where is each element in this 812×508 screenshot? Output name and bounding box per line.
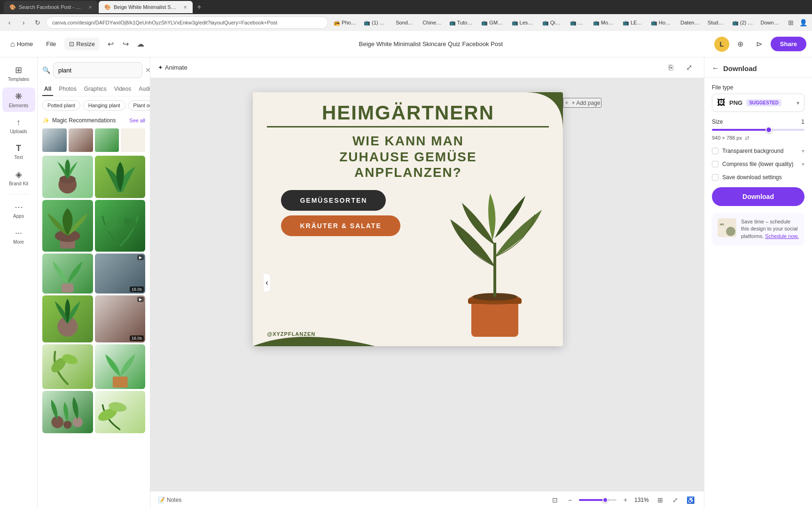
bookmark-9[interactable]: 📺 The Top 3... (567, 19, 588, 27)
forward-button[interactable]: › (18, 17, 29, 28)
canva-resize-button[interactable]: ⊡ Resize (64, 38, 100, 50)
result-item-2[interactable] (95, 156, 146, 198)
result-item-10[interactable] (95, 344, 146, 389)
canvas-btn-gemuse[interactable]: GEMÜSESORTEN (281, 190, 386, 211)
size-slider-track[interactable] (712, 129, 804, 131)
back-button[interactable]: ‹ (4, 17, 15, 28)
zoom-in-btn[interactable]: ＋ (619, 494, 632, 506)
tab-close-2[interactable]: ✕ (183, 5, 187, 10)
magic-item-2[interactable] (69, 128, 93, 152)
bookmark-16[interactable]: Download - Cook... (758, 19, 783, 26)
schedule-now-link[interactable]: Schedule now. (765, 233, 799, 239)
swap-dimensions-icon[interactable]: ⇄ (745, 135, 750, 141)
file-type-select[interactable]: 🖼 PNG SUGGESTED ▾ (712, 94, 804, 112)
expand-btn[interactable]: ⤢ (681, 60, 696, 75)
bookmark-5[interactable]: 📺 Tutorial: Eigene Fa... (446, 19, 477, 27)
transparent-bg-checkbox[interactable] (712, 148, 718, 154)
magic-item-1[interactable] (42, 128, 67, 152)
animate-button[interactable]: ✦ Animate (158, 64, 187, 71)
bookmark-3[interactable]: Sonderangebot! l... (393, 19, 418, 26)
canva-file-button[interactable]: File (41, 38, 61, 50)
grid-view-btn[interactable]: ⊞ (654, 494, 666, 506)
present-btn[interactable]: ⊳ (752, 37, 767, 52)
canvas-btn-krauter[interactable]: KRÄUTER & SALATE (281, 215, 400, 236)
bookmark-1[interactable]: 📻 Phone Recycling... (331, 19, 359, 27)
result-item-11[interactable] (42, 391, 93, 433)
notes-button[interactable]: 📝 Notes (158, 497, 181, 503)
result-item-12[interactable] (95, 391, 146, 433)
zoom-slider[interactable] (579, 499, 617, 501)
bookmark-14[interactable]: Student Wants... (705, 19, 727, 26)
add-page-button[interactable]: ＋ + Add page (563, 98, 601, 108)
bookmark-8[interactable]: 📺 Qing Fei De Yi... (539, 19, 565, 27)
result-item-1[interactable] (42, 156, 93, 198)
result-item-4[interactable] (95, 200, 146, 252)
download-button[interactable]: Download (712, 187, 804, 206)
size-slider-thumb[interactable] (765, 127, 772, 133)
bookmark-13[interactable]: Datenschutz - Re... (678, 19, 703, 26)
sidebar-item-more[interactable]: ··· More (2, 224, 35, 248)
user-avatar[interactable]: L (714, 37, 729, 52)
save-indicator[interactable]: ☁ (133, 37, 148, 51)
filter-tab-photos[interactable]: Photos (57, 83, 78, 96)
magic-item-4[interactable] (121, 128, 145, 152)
zoom-out-btn[interactable]: − (564, 494, 576, 506)
address-input[interactable]: canva.com/design/DAFDYwxIOj8/k1QeUnhOyzS… (46, 16, 328, 29)
canva-home-button[interactable]: ⌂ Home (6, 37, 38, 51)
bookmark-15[interactable]: 📺 (2) How To Add... (729, 19, 756, 27)
sidebar-item-elements[interactable]: ❋ Elements (2, 87, 35, 112)
filter-tab-all[interactable]: All (42, 83, 53, 96)
filter-tab-videos[interactable]: Videos (112, 83, 133, 96)
chip-hanging-plant[interactable]: Hanging plant (83, 100, 125, 111)
search-clear-icon[interactable]: ✕ (145, 66, 150, 74)
accessibility-btn[interactable]: ♿ (684, 494, 696, 506)
sidebar-item-brand[interactable]: ◈ Brand Kit (2, 166, 35, 190)
chip-plant-out[interactable]: Plant out... (128, 100, 150, 111)
sidebar-item-templates[interactable]: ⊞ Templates (2, 61, 35, 86)
result-item-9[interactable] (42, 344, 93, 389)
tab-close-1[interactable]: ✕ (88, 5, 92, 10)
sidebar-item-apps[interactable]: ⋯ Apps (2, 198, 35, 222)
sidebar-item-uploads[interactable]: ↑ Uploads (2, 114, 35, 138)
chip-potted-plant[interactable]: Potted plant (42, 100, 80, 111)
collapse-panel-btn[interactable]: ‹ (263, 273, 271, 292)
transparent-bg-info-icon[interactable]: ▾ (802, 148, 804, 154)
fit-page-btn[interactable]: ⊡ (549, 494, 561, 506)
undo-button[interactable]: ↩ (103, 37, 117, 51)
result-item-8[interactable]: 16.0s ▶ (95, 295, 146, 342)
tab-canva-active[interactable]: 🎨 Beige White Minimalist Skinc... ✕ (99, 1, 193, 13)
search-input[interactable] (53, 62, 142, 78)
sidebar-item-text[interactable]: T Text (2, 140, 35, 164)
see-all-button[interactable]: See all (129, 118, 145, 123)
add-collaborator-btn[interactable]: ⊕ (733, 37, 748, 52)
share-button[interactable]: Share (771, 37, 806, 51)
svg-text:HG: HG (720, 223, 724, 226)
bookmark-7[interactable]: 📺 Lessons Learned... (509, 19, 538, 27)
bookmark-12[interactable]: 📺 How to get more... (648, 19, 676, 27)
tab-canva-search[interactable]: 🎨 Search Facebook Post - Canva... ✕ (4, 1, 98, 13)
extensions-btn[interactable]: ⊞ (786, 17, 796, 28)
refresh-button[interactable]: ↻ (32, 17, 43, 28)
compress-checkbox[interactable] (712, 161, 718, 167)
result-item-5[interactable] (42, 254, 93, 294)
bookmark-11[interactable]: 📺 LEE'S HOUSE... (620, 19, 646, 27)
fullscreen-btn[interactable]: ⤢ (669, 494, 681, 506)
bookmark-10[interactable]: 📺 Money Changes... (590, 19, 618, 27)
save-settings-checkbox[interactable] (712, 174, 718, 181)
bookmark-4[interactable]: Chinese translati... (420, 19, 444, 26)
profile-btn[interactable]: 👤 (798, 17, 808, 28)
panel-back-button[interactable]: ← (712, 64, 719, 72)
redo-button[interactable]: ↪ (118, 37, 133, 51)
bookmark-2[interactable]: 📺 (1) How Working a... (361, 19, 391, 27)
result-item-6[interactable]: 16.0s ▶ (95, 254, 146, 294)
new-tab-button[interactable]: + (194, 1, 205, 13)
result-item-3[interactable] (42, 200, 93, 252)
canvas-scroll[interactable]: HEIMGÄRTNERN WIE KANN MAN ZUHAUSE GEMÜSE… (150, 78, 704, 491)
filter-tab-graphics[interactable]: Graphics (82, 83, 109, 96)
magic-item-3[interactable] (95, 128, 119, 152)
compress-info-icon[interactable]: ▾ (802, 161, 804, 167)
filter-tab-audio[interactable]: Audio (137, 83, 150, 96)
bookmark-6[interactable]: 📺 GMSN - Vologda... (478, 19, 507, 27)
copy-btn[interactable]: ⎘ (664, 60, 679, 75)
result-item-7[interactable] (42, 295, 93, 342)
